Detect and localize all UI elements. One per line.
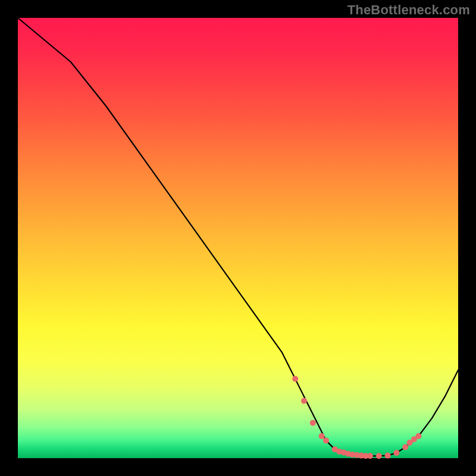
plot-svg <box>18 18 458 458</box>
marker-dot <box>310 420 316 426</box>
marker-dot <box>402 444 408 450</box>
curve-markers <box>292 376 421 459</box>
watermark-text: TheBottleneck.com <box>347 2 470 18</box>
marker-dot <box>393 450 399 456</box>
bottleneck-curve <box>18 18 458 456</box>
marker-dot <box>376 453 382 459</box>
chart-frame: TheBottleneck.com <box>0 0 476 476</box>
marker-dot <box>323 437 329 443</box>
marker-dot <box>385 453 391 459</box>
marker-dot <box>301 398 307 404</box>
plot-area <box>18 18 458 458</box>
marker-dot <box>319 433 325 439</box>
marker-dot <box>367 453 373 459</box>
marker-dot <box>415 433 421 439</box>
marker-dot <box>292 376 298 382</box>
